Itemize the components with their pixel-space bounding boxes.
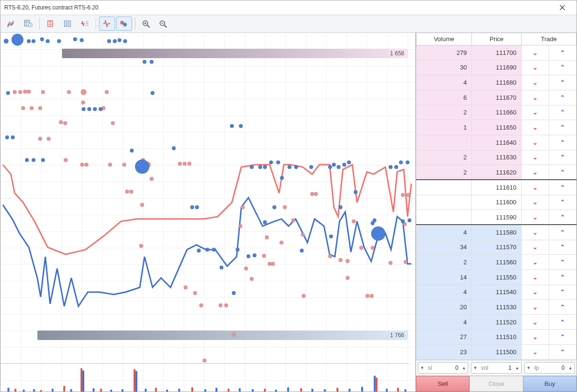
zoom-out-button[interactable] [155, 17, 171, 31]
row-sell[interactable]: ⌄ [521, 240, 549, 255]
order-row[interactable]: 111610⌄⌃ [417, 180, 577, 195]
chevron-down-icon: ⌄ [533, 154, 538, 160]
row-buy[interactable]: ⌃ [549, 60, 576, 75]
row-sell[interactable]: ⌄ [521, 345, 549, 360]
order-row[interactable]: 111600⌄⌃ [417, 195, 577, 210]
order-row[interactable]: 4111580⌄⌃ [417, 225, 577, 240]
order-row[interactable]: 6111670⌄⌃ [417, 90, 577, 105]
row-buy[interactable]: ⌃ [549, 314, 576, 330]
tp-inc[interactable]: ▲ [567, 363, 574, 373]
vol-stepper[interactable]: ▼ vol 1 ▲ [471, 362, 521, 374]
row-sell[interactable]: ⌄ [521, 165, 549, 180]
row-sell[interactable]: ⌄ [521, 60, 549, 75]
row-sell[interactable]: ⌄ [521, 180, 549, 195]
order-row[interactable]: 4111540⌄⌃ [417, 285, 577, 300]
row-buy[interactable]: ⌃ [549, 210, 576, 225]
row-buy[interactable]: ⌃ [549, 150, 576, 165]
order-row[interactable]: 30111690⌄⌃ [417, 60, 577, 75]
order-row[interactable]: 14111550⌄⌃ [417, 270, 577, 285]
order-row[interactable]: 279111700⌄⌃ [417, 45, 577, 61]
row-buy[interactable]: ⌃ [549, 120, 576, 135]
anchor-button[interactable] [43, 17, 59, 31]
order-row[interactable]: 111640⌄⌃ [417, 135, 577, 150]
pulse-list-button[interactable] [77, 17, 93, 31]
row-buy[interactable]: ⌃ [549, 180, 576, 195]
chevron-up-icon: ⌃ [560, 184, 565, 191]
zoom-in-button[interactable] [138, 17, 154, 31]
columns-button[interactable] [60, 17, 76, 31]
title-bar: RTS-6.20, Futures contract RTS-6.20 [0, 0, 577, 15]
order-row[interactable]: 2111560⌄⌃ [417, 255, 577, 270]
row-sell[interactable]: ⌄ [521, 210, 549, 225]
order-row[interactable]: 4111680⌄⌃ [417, 75, 577, 90]
row-buy[interactable]: ⌃ [549, 240, 576, 255]
sl-stepper[interactable]: ▼ sl 0 ▲ [418, 362, 468, 374]
row-buy[interactable]: ⌃ [549, 165, 576, 180]
row-volume: 2 [417, 105, 472, 120]
pulse-button[interactable] [99, 17, 115, 31]
row-sell[interactable]: ⌄ [521, 285, 549, 300]
vol-dec[interactable]: ▼ [471, 363, 479, 373]
row-sell[interactable]: ⌄ [521, 45, 549, 61]
row-buy[interactable]: ⌃ [549, 330, 576, 345]
row-buy[interactable]: ⌃ [549, 90, 576, 105]
row-buy[interactable]: ⌃ [549, 135, 576, 150]
sl-dec[interactable]: ▼ [418, 363, 426, 373]
order-row[interactable]: 1111650⌄⌃ [417, 120, 577, 135]
row-sell[interactable]: ⌄ [521, 314, 549, 330]
table-time-button[interactable] [20, 17, 36, 31]
tp-dec[interactable]: ▼ [525, 363, 533, 373]
row-volume [417, 180, 472, 195]
svg-point-128 [328, 165, 332, 169]
row-sell[interactable]: ⌄ [521, 120, 549, 135]
chart-button[interactable] [3, 17, 19, 31]
row-buy[interactable]: ⌃ [549, 255, 576, 270]
svg-point-153 [338, 205, 342, 209]
svg-rect-162 [33, 389, 35, 392]
chevron-up-icon: ⌃ [560, 199, 565, 205]
order-row[interactable]: 20111530⌄⌃ [417, 300, 577, 315]
order-row[interactable]: 2111620⌄⌃ [417, 165, 577, 180]
row-buy[interactable]: ⌃ [549, 105, 576, 120]
row-sell[interactable]: ⌄ [521, 150, 549, 165]
order-row[interactable]: 4111520⌄⌃ [417, 314, 577, 330]
row-sell[interactable]: ⌄ [521, 225, 549, 240]
row-sell[interactable]: ⌄ [521, 105, 549, 120]
row-buy[interactable]: ⌃ [549, 270, 576, 285]
svg-point-65 [280, 241, 284, 244]
close-button-trade[interactable]: Close [470, 376, 523, 392]
sl-inc[interactable]: ▲ [460, 363, 468, 373]
row-sell[interactable]: ⌄ [521, 255, 549, 270]
row-buy[interactable]: ⌃ [549, 45, 576, 61]
order-row[interactable]: 23111500⌄⌃ [417, 345, 577, 360]
svg-rect-180 [204, 389, 206, 392]
row-buy[interactable]: ⌃ [549, 345, 576, 360]
order-row[interactable]: 27111510⌄⌃ [417, 330, 577, 345]
row-buy[interactable]: ⌃ [549, 195, 576, 210]
row-sell[interactable]: ⌄ [521, 135, 549, 150]
row-sell[interactable]: ⌄ [521, 90, 549, 105]
order-row[interactable]: 2111630⌄⌃ [417, 150, 577, 165]
row-sell[interactable]: ⌄ [521, 75, 549, 90]
row-buy[interactable]: ⌃ [549, 225, 576, 240]
order-row[interactable]: 111590⌄⌃ [417, 210, 577, 225]
row-buy[interactable]: ⌃ [549, 300, 576, 315]
svg-point-21 [18, 90, 22, 94]
row-sell[interactable]: ⌄ [521, 300, 549, 315]
sell-button[interactable]: Sell [416, 376, 470, 392]
svg-rect-170 [100, 389, 102, 392]
order-row[interactable]: 34111570⌄⌃ [417, 240, 577, 255]
buy-button[interactable]: Buy [523, 376, 577, 392]
row-sell[interactable]: ⌄ [521, 195, 549, 210]
tp-stepper[interactable]: ▼ tp 0 ▲ [524, 362, 575, 374]
order-row[interactable]: 2111660⌄⌃ [417, 105, 577, 120]
row-buy[interactable]: ⌃ [549, 75, 576, 90]
chart-pane[interactable]: 1 658 1 766 [0, 33, 416, 392]
row-sell[interactable]: ⌄ [521, 270, 549, 285]
vol-inc[interactable]: ▲ [514, 363, 521, 373]
row-buy[interactable]: ⌃ [549, 285, 576, 300]
svg-rect-183 [239, 388, 240, 392]
bubbles-button[interactable] [116, 17, 132, 31]
row-sell[interactable]: ⌄ [521, 330, 549, 345]
close-button[interactable] [552, 1, 573, 14]
